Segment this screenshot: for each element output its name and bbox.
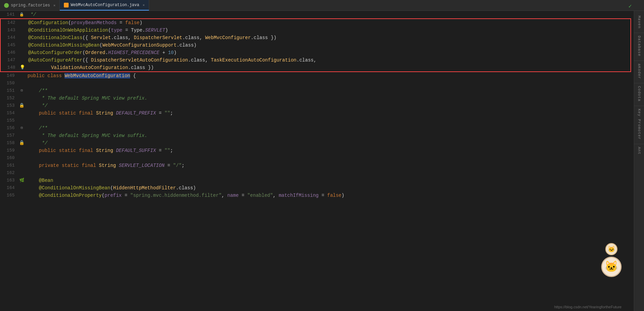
line-num-141: 141 [0,11,19,18]
code-content-157: * The default Spring MVC view suffix. [25,132,634,139]
gutter-156: ⊟ [19,124,25,132]
table-row: 156 ⊟ /** [0,124,634,132]
sidebar-ant[interactable]: Ant [637,145,641,158]
table-row: 155 [0,117,634,124]
code-content-164: @ConditionalOnMissingBean(HiddenHttpMeth… [25,184,634,192]
mascot-area: 🐱 🐱 [601,243,622,277]
table-row: 143 @ConditionalOnWebApplication(type = … [1,27,630,34]
mascot-face: 🐱 [601,257,622,277]
code-content-154: public static final String DEFAULT_PREFI… [25,109,634,117]
table-row: 158 🔒 */ [0,139,634,147]
code-content-163: @Bean [25,177,634,184]
tab-spring-label: spring.factories [11,3,50,8]
line-num-161: 161 [0,162,19,169]
gutter-151: ⊟ [19,87,25,94]
table-row: 159 public static final String DEFAULT_S… [0,147,634,154]
bean-icon: 🌿 [19,177,24,184]
sidebar-label-akoder[interactable]: aKoder [637,62,641,81]
line-num-154: 154 [0,109,19,117]
line-num-144: 144 [1,34,19,41]
table-row: 147 @AutoConfigureAfter({ DispatcherServ… [1,56,630,64]
table-row: 145 @ConditionalOnMissingBean(WebMvcConf… [1,41,630,49]
sidebar-codota[interactable]: Codota [637,84,641,105]
editor-container: 141 🔒 */ 142 @Configuration(proxyBeanMet… [0,11,644,311]
code-content-149: public class WebMvcAutoConfiguration { [25,72,634,80]
sidebar-maven[interactable]: Maven [635,12,643,32]
table-row: 163 🌿 @Bean [0,177,634,184]
line-num-147: 147 [1,56,19,64]
line-num-142: 142 [1,19,19,27]
table-row: 144 @ConditionalOnClass({ Servlet.class,… [1,34,630,41]
sidebar-akoder[interactable]: aKoder [637,62,641,83]
gutter-158: 🔒 [19,139,25,147]
code-content-151: /** [25,87,634,94]
sidebar-label-database[interactable]: Database [637,34,641,58]
line-num-162: 162 [0,169,19,177]
table-row: 151 ⊟ /** [0,87,634,94]
divider-4 [634,106,644,106]
table-row: 162 [0,169,634,177]
line-num-143: 143 [1,27,19,34]
table-row: 150 [0,80,634,87]
table-row: 165 @ConditionalOnProperty(prefix = "spr… [0,192,634,199]
lock-icon-158: 🔒 [19,139,24,147]
code-content-146: @AutoConfigureOrder(Ordered.HIGHEST_PREC… [25,49,630,56]
lock-icon-153: 🔒 [19,102,24,109]
divider-2 [634,61,644,61]
sidebar-label-ant[interactable]: Ant [637,145,641,157]
line-num-146: 146 [1,49,19,56]
line-num-149: 149 [0,72,19,80]
line-num-160: 160 [0,154,19,162]
table-row: 152 * The default Spring MVC view prefix… [0,94,634,102]
gutter-163: 🌿 [19,177,25,184]
tab-spring-close[interactable]: ✕ [53,3,55,7]
line-num-165: 165 [0,192,19,199]
sidebar-key-promoter[interactable]: Key Promoter [637,107,641,143]
tab-webmvc-close[interactable]: ✕ [143,3,145,7]
code-area[interactable]: 141 🔒 */ 142 @Configuration(proxyBeanMet… [0,11,634,311]
mascot-top: 🐱 [605,243,618,255]
sidebar-database[interactable]: Database [637,34,641,60]
sidebar-label-key-promoter[interactable]: Key Promoter [637,107,641,142]
line-num-145: 145 [1,41,19,49]
bulb-icon: 💡 [20,64,25,71]
tab-bar: spring.factories ✕ WebMvcAutoConfigurati… [0,0,644,11]
table-row: 153 🔒 */ [0,102,634,109]
code-content-147: @AutoConfigureAfter({ DispatcherServletA… [25,56,630,64]
sidebar-label-maven[interactable]: Maven [637,14,641,31]
sidebar-label-codota[interactable]: Codota [637,84,641,104]
table-row: 149 public class WebMvcAutoConfiguration… [0,72,634,80]
code-content-158: */ [25,139,634,147]
gutter-141: 🔒 [19,11,25,18]
code-content-165: @ConditionalOnProperty(prefix = "spring.… [25,192,634,199]
table-row: 157 * The default Spring MVC view suffix… [0,132,634,139]
gutter-148: 💡 [19,64,25,71]
tab-webmvc-java[interactable]: WebMvcAutoConfiguration.java ✕ [60,0,149,11]
code-content-152: * The default Spring MVC view prefix. [25,94,634,102]
annotation-box: 142 @Configuration(proxyBeanMethods = fa… [0,18,631,72]
line-num-156: 156 [0,124,19,132]
watermark: https://blog.csdn.net/YearingfortheFutur… [554,305,622,309]
lock-icon-141: 🔒 [19,11,24,18]
spring-icon [4,3,9,8]
code-content-143: @ConditionalOnWebApplication(type = Type… [25,27,630,34]
code-content-156: /** [25,124,634,132]
line-num-155: 155 [0,117,19,124]
code-content-159: public static final String DEFAULT_SUFFI… [25,147,634,154]
checkmark-indicator: ✓ [628,3,632,10]
fold-icon-151[interactable]: ⊟ [21,87,23,94]
line-num-150: 150 [0,80,19,87]
table-row: 146 @AutoConfigureOrder(Ordered.HIGHEST_… [1,49,630,56]
divider-1 [634,33,644,33]
divider-5 [634,144,644,144]
code-content-153: */ [25,102,634,109]
fold-icon-156[interactable]: ⊟ [21,124,23,132]
code-content-141: */ [25,11,634,18]
table-row: 160 [0,154,634,162]
line-num-159: 159 [0,147,19,154]
gutter-153: 🔒 [19,102,25,109]
table-row: 148 💡 ValidationAutoConfiguration.class … [1,64,630,71]
line-num-158: 158 [0,139,19,147]
line-num-157: 157 [0,132,19,139]
tab-spring-factories[interactable]: spring.factories ✕ [0,0,60,11]
